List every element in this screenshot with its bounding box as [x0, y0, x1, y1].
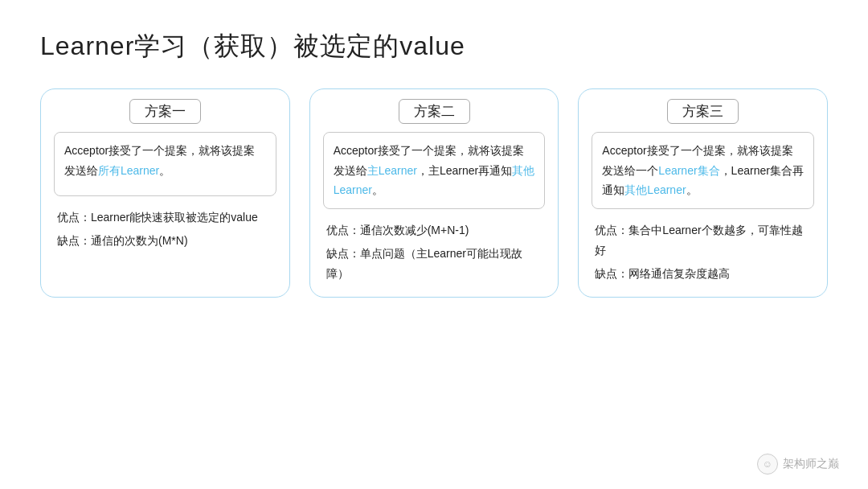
card-2-body: Acceptor接受了一个提案，就将该提案发送给主Learner，主Learne… [310, 132, 559, 297]
card-1-title: 方案一 [129, 99, 201, 124]
card-2-header: 方案二 [310, 89, 559, 132]
watermark: ☺ 架构师之巅 [757, 454, 839, 475]
card-2-pro: 优点：通信次数减少(M+N-1) [326, 220, 542, 240]
card-2-title: 方案二 [399, 99, 470, 124]
card-1-body: Acceptor接受了一个提案，就将该提案发送给所有Learner。优点：Lea… [41, 132, 289, 297]
card-1: 方案一Acceptor接受了一个提案，就将该提案发送给所有Learner。优点：… [40, 88, 290, 298]
card-3-pros-cons: 优点：集合中Learner个数越多，可靠性越好缺点：网络通信复杂度越高 [592, 220, 814, 288]
card-3-title: 方案三 [667, 99, 739, 124]
card-1-desc: Acceptor接受了一个提案，就将该提案发送给所有Learner。 [54, 132, 276, 196]
watermark-text: 架构师之巅 [783, 457, 839, 471]
card-3-con: 缺点：网络通信复杂度越高 [595, 264, 811, 284]
cards-row: 方案一Acceptor接受了一个提案，就将该提案发送给所有Learner。优点：… [40, 88, 828, 298]
card-1-pro: 优点：Learner能快速获取被选定的value [57, 208, 273, 228]
page-container: Learner学习（获取）被选定的value 方案一Acceptor接受了一个提… [0, 0, 868, 322]
card-2-desc: Acceptor接受了一个提案，就将该提案发送给主Learner，主Learne… [323, 132, 546, 209]
card-3-pro: 优点：集合中Learner个数越多，可靠性越好 [595, 220, 811, 261]
card-2-pros-cons: 优点：通信次数减少(M+N-1)缺点：单点问题（主Learner可能出现故障） [323, 220, 546, 288]
card-1-con: 缺点：通信的次数为(M*N) [57, 231, 273, 251]
card-3-desc: Acceptor接受了一个提案，就将该提案发送给一个Learner集合，Lear… [592, 132, 814, 209]
card-3-body: Acceptor接受了一个提案，就将该提案发送给一个Learner集合，Lear… [579, 132, 827, 297]
card-3: 方案三Acceptor接受了一个提案，就将该提案发送给一个Learner集合，L… [578, 88, 828, 298]
card-1-pros-cons: 优点：Learner能快速获取被选定的value缺点：通信的次数为(M*N) [54, 208, 276, 254]
watermark-icon: ☺ [757, 454, 778, 475]
card-3-header: 方案三 [579, 89, 827, 132]
card-2: 方案二Acceptor接受了一个提案，就将该提案发送给主Learner，主Lea… [309, 88, 559, 298]
card-1-header: 方案一 [41, 89, 289, 132]
page-title: Learner学习（获取）被选定的value [40, 29, 828, 64]
card-2-con: 缺点：单点问题（主Learner可能出现故障） [326, 244, 542, 284]
